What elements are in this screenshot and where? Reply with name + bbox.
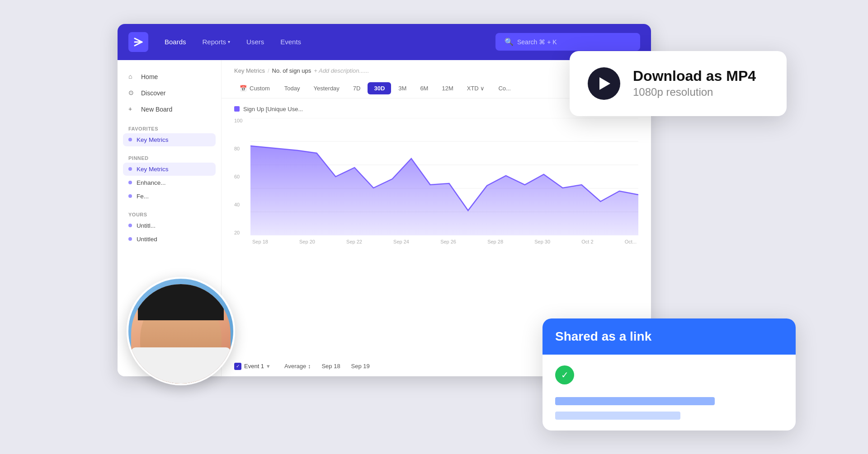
board-dot-icon [128, 237, 132, 241]
breadcrumb-parent[interactable]: Key Metrics [234, 67, 265, 74]
play-button[interactable] [588, 67, 620, 100]
share-card-header: Shared as a link [542, 318, 796, 355]
event-chevron-icon: ▾ [267, 363, 270, 370]
mp4-title: Download as MP4 [633, 68, 756, 84]
sidebar-item-enhance[interactable]: Enhance... [123, 176, 216, 189]
home-icon: ⌂ [128, 73, 137, 81]
sidebar-item-key-metrics-pin[interactable]: Key Metrics [123, 163, 216, 176]
sidebar-item-home[interactable]: ⌂ Home [123, 69, 216, 84]
board-dot-icon [128, 167, 132, 171]
calendar-icon: 📅 [240, 85, 247, 92]
yesterday-btn[interactable]: Yesterday [307, 82, 346, 94]
average-label: Average ↕ [284, 363, 311, 370]
mp4-text: Download as MP4 1080p resolution [633, 68, 756, 98]
sidebar-item-untitled2[interactable]: Untitled [123, 233, 216, 246]
nav-boards[interactable]: Boards [157, 34, 193, 49]
xtd-btn[interactable]: XTD ∨ [461, 82, 491, 94]
co-btn[interactable]: Co... [492, 82, 517, 94]
board-dot-icon [128, 181, 132, 184]
custom-label: Custom [250, 85, 270, 92]
chart-area: Sign Up [Unique Use... 100 80 60 40 20 [222, 98, 651, 356]
30d-btn[interactable]: 30D [368, 82, 391, 94]
reports-chevron-icon: ▾ [228, 39, 230, 44]
person-face [131, 284, 231, 384]
mp4-card: Download as MP4 1080p resolution [570, 51, 787, 116]
board-dot-icon [128, 194, 132, 198]
stat1: Sep 18 [321, 363, 340, 370]
share-card-body: ✓ [542, 355, 796, 431]
chart-wrap: Sep 18 Sep 20 Sep 22 Sep 24 Sep 26 Sep 2… [250, 118, 638, 244]
nav-events[interactable]: Events [273, 34, 308, 49]
person-avatar [127, 277, 235, 385]
app-logo[interactable] [128, 32, 148, 52]
play-icon [599, 77, 610, 90]
chart-container: 100 80 60 40 20 [234, 118, 638, 244]
7d-btn[interactable]: 7D [347, 82, 367, 94]
search-icon: 🔍 [505, 37, 514, 46]
yours-section-label: Yours [123, 206, 216, 219]
sidebar-item-key-metrics-fav[interactable]: Key Metrics [123, 133, 216, 146]
breadcrumb-add-desc[interactable]: + Add description...... [314, 67, 369, 74]
nav-users[interactable]: Users [239, 34, 271, 49]
pinned-section-label: Pinned [123, 150, 216, 163]
favorites-section-label: Favorites [123, 121, 216, 133]
today-btn[interactable]: Today [278, 82, 307, 94]
share-title: Shared as a link [555, 329, 783, 344]
nav-links: Boards Reports ▾ Users Events [157, 34, 495, 49]
breadcrumb-current: No. of sign ups [272, 67, 311, 74]
stats-bar: Average ↕ Sep 18 Sep 19 [284, 363, 370, 370]
check-icon: ✓ [555, 365, 574, 384]
x-axis: Sep 18 Sep 20 Sep 22 Sep 24 Sep 26 Sep 2… [250, 239, 638, 244]
board-dot-icon [128, 224, 132, 227]
12m-btn[interactable]: 12M [435, 82, 459, 94]
stat2: Sep 19 [351, 363, 370, 370]
share-bar-secondary [555, 397, 715, 405]
mp4-subtitle: 1080p resolution [633, 86, 756, 98]
breadcrumb-separator: / [268, 67, 269, 74]
plus-icon: + [128, 105, 137, 113]
compass-icon: ⊙ [128, 89, 137, 97]
sidebar-item-new-board[interactable]: + New Board [123, 102, 216, 117]
share-bar-tertiary [555, 412, 680, 420]
6m-btn[interactable]: 6M [414, 82, 434, 94]
nav-reports[interactable]: Reports ▾ [195, 34, 238, 49]
sidebar-item-untitled1[interactable]: Untitl... [123, 219, 216, 232]
legend-dot-icon [234, 106, 240, 112]
share-card: Shared as a link ✓ [542, 318, 796, 431]
y-axis: 100 80 60 40 20 [234, 118, 242, 244]
3m-btn[interactable]: 3M [392, 82, 413, 94]
legend-label: Sign Up [Unique Use... [243, 106, 303, 112]
share-check-row: ✓ [555, 365, 783, 384]
search-bar[interactable]: 🔍 Search ⌘ + K [495, 33, 640, 51]
board-dot-icon [128, 138, 132, 141]
event-filter: ✓ Event 1 ▾ [234, 363, 270, 370]
event-checkbox[interactable]: ✓ [234, 363, 241, 370]
sidebar-item-discover[interactable]: ⊙ Discover [123, 85, 216, 101]
event-label: Event 1 [244, 363, 264, 370]
sidebar-item-fe[interactable]: Fe... [123, 190, 216, 203]
calendar-icon-btn[interactable]: 📅 Custom [234, 82, 275, 94]
sort-icon: ↕ [308, 363, 311, 370]
